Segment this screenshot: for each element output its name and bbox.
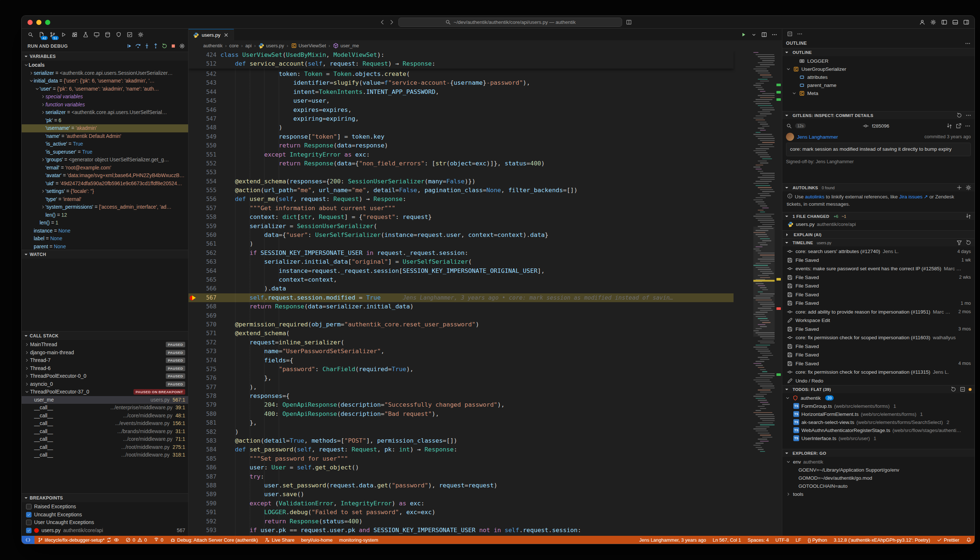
variable-row[interactable]: 'type' = 'internal' (22, 195, 188, 203)
call-stack-frame[interactable]: user_meusers.py567:1 (22, 396, 188, 404)
call-stack-thread[interactable]: django-main-threadPAUSED (22, 349, 188, 357)
outline-more-button[interactable] (965, 40, 971, 47)
todo-file-row[interactable]: TSak-search-select-view.ts(web/src/eleme… (782, 418, 975, 426)
status-item[interactable]: LF (792, 536, 804, 544)
code-line[interactable]: 424class UserViewSet(UsedByMixin, ModelV… (188, 51, 733, 59)
call-stack-thread[interactable]: asyncio_0PAUSED (22, 380, 188, 388)
variable-row[interactable]: 'is_active' = True (22, 140, 188, 148)
changed-file-row[interactable]: users.pyauthentik/core/api (787, 220, 975, 228)
go-explorer-section-header[interactable]: EXPLORER: GO (782, 449, 975, 457)
code-line[interactable]: 591 LOGGER.debug("Failed to set password… (188, 508, 733, 517)
code-line[interactable]: 569 (188, 312, 733, 320)
code-line[interactable]: 544 intent=TokenIntents.INTENT_APP_PASSW… (188, 88, 733, 97)
breakpoint-checkbox[interactable] (26, 512, 32, 517)
todo-file-row[interactable]: TSFormGroup.ts(web/src/elements/forms)1 (782, 402, 975, 410)
activity-settings-gear-button[interactable] (137, 31, 145, 38)
code-line[interactable]: 585 """Set password for user""" (188, 454, 733, 463)
call-stack-thread[interactable]: ThreadPoolExecutor-37_0PAUSED ON BREAKPO… (22, 388, 188, 396)
code-line[interactable]: 573 name="UserPasswordSetSerializer", (188, 347, 733, 356)
watch-section-header[interactable]: WATCH (22, 250, 188, 258)
titlebar-settings-gear-button[interactable] (930, 19, 937, 25)
autolink-link[interactable]: autolinks (805, 194, 825, 200)
breakpoint-row[interactable]: Uncaught Exceptions (22, 511, 188, 519)
variable-row[interactable]: 'uid' = '49d24724dfa590a20fb5961e9c6673c… (22, 180, 188, 188)
variable-row[interactable]: 'system_permissions' = ['access_admin_in… (22, 203, 188, 211)
debug-step-over-button[interactable] (135, 43, 141, 49)
variable-row[interactable]: function variables (22, 101, 188, 109)
code-line[interactable]: 551 except IntegrityError as exc: (188, 150, 733, 159)
variable-row[interactable]: 'name' = 'authentik Default Admin' (22, 132, 188, 140)
variable-row[interactable]: special variables (22, 93, 188, 101)
code-line[interactable]: 571 @extend_schema( (188, 329, 733, 338)
activity-explorer-button[interactable]: 42 (38, 31, 45, 38)
todos-group-row[interactable]: authentik39 (782, 394, 975, 402)
minimize-window-button[interactable] (36, 20, 42, 25)
variable-row[interactable]: 'groups' = <generator object UserSelfSer… (22, 156, 188, 164)
explain-ai-section-header[interactable]: EXPLAIN (AI) (782, 230, 975, 238)
variable-row[interactable]: len() = 1 (22, 219, 188, 227)
code-line[interactable]: 587 try: (188, 472, 733, 481)
gitlens-more-actions-button[interactable] (965, 123, 971, 129)
code-line[interactable]: 568 return Response(data=serializer.init… (188, 302, 733, 311)
autolinks-settings-button[interactable] (965, 185, 972, 191)
code-line[interactable]: 550 return Response(data=response) (188, 141, 733, 150)
go-env-variable[interactable]: GOMOD=~/dev/authentik/go.mod (782, 474, 975, 482)
call-stack-frame[interactable]: __call__.../root/middleware.py275:1 (22, 443, 188, 452)
variable-row[interactable]: len() = 12 (22, 211, 188, 219)
todo-file-row[interactable]: TSUserInterface.ts(web/src/user)1 (782, 434, 975, 442)
go-tools-row[interactable]: tools (782, 490, 975, 498)
debug-step-out-button[interactable] (153, 43, 159, 49)
status-item[interactable]: beryl/uio-home (298, 536, 336, 544)
code-line[interactable]: 588 user.set_password(request.data.get("… (188, 481, 733, 490)
code-line[interactable]: 582 ) (188, 428, 733, 437)
code-line[interactable]: 547 expiring=expiring, (188, 114, 733, 123)
titlebar-layout-panel-button[interactable] (952, 19, 958, 25)
code-line[interactable]: 543 identifier=slugify(value=f"service-a… (188, 78, 733, 87)
zoom-window-button[interactable] (45, 20, 50, 25)
todos-section-header[interactable]: TODOS: FLAT (39) (782, 385, 975, 393)
code-line[interactable]: 581 }, (188, 418, 733, 427)
outline-section-header[interactable]: OUTLINE (782, 48, 975, 56)
code-line[interactable]: 592 return Response(status=400) (188, 517, 733, 526)
code-line[interactable]: 556 def user_me(self, request: Request) … (188, 195, 733, 203)
todos-refresh-button[interactable] (950, 386, 957, 392)
close-window-button[interactable] (28, 20, 33, 25)
gitlens-open-remote-button[interactable] (955, 123, 962, 129)
activity-run-debug-button[interactable] (60, 31, 67, 38)
variable-row[interactable]: 'avatar' = 'data:image/svg+xml;base64,PH… (22, 172, 188, 180)
call-stack-thread[interactable]: Thread-7PAUSED (22, 357, 188, 365)
activity-extensions-button[interactable] (71, 31, 78, 38)
titlebar-layout-sidebar-left-button[interactable] (941, 19, 947, 25)
status-item[interactable]: Live Share (261, 536, 298, 544)
status-remote-indicator[interactable] (22, 536, 35, 544)
editor-action-ellipsis-button[interactable] (771, 32, 778, 38)
call-stack-frame[interactable]: __call__.../enterprise/middleware.py39:1 (22, 404, 188, 412)
panel-more-button[interactable] (797, 31, 803, 37)
outline-item[interactable]: attributes (782, 73, 975, 81)
code-line[interactable]: 578 responses={ (188, 392, 733, 400)
call-stack-thread[interactable]: MainThreadPAUSED (22, 341, 188, 349)
code-line[interactable]: 575 "password": CharField(required=True)… (188, 365, 733, 374)
status-item[interactable]: Ln 567, Col 1 (709, 536, 744, 544)
timeline-item[interactable]: core: add ability to provide reason for … (782, 308, 975, 317)
todo-file-row[interactable]: TSWebAuthnAuthenticatorRegisterStage.ts(… (782, 426, 975, 434)
autolinks-section-header[interactable]: AUTOLINKS 0 found (782, 183, 975, 192)
timeline-refresh-button[interactable] (965, 240, 972, 246)
tab-users-py[interactable]: users.py (188, 29, 234, 40)
timeline-filter-button[interactable] (956, 240, 962, 246)
code-line[interactable]: 579 204: OpenApiResponse(description="Su… (188, 400, 733, 409)
code-line[interactable]: 552 return Response(data={"non_field_err… (188, 159, 733, 168)
code-line[interactable]: 589 user.save() (188, 490, 733, 499)
status-item[interactable]: Spaces: 4 (745, 536, 772, 544)
editor-action-split-editor-button[interactable] (761, 32, 767, 38)
code-line[interactable]: 554 @extend_schema(responses={200: Sessi… (188, 177, 733, 186)
code-line[interactable]: 564 instance=request._request.session[SE… (188, 267, 733, 275)
breakpoint-row[interactable]: User Uncaught Exceptions (22, 518, 188, 527)
variable-row[interactable]: serializer = <authentik.core.api.users.S… (22, 69, 188, 77)
debug-continue-button[interactable] (126, 43, 132, 49)
status-item[interactable]: Prettier (933, 536, 962, 544)
autolinks-add-button[interactable] (956, 185, 962, 191)
tab-close-button[interactable] (223, 32, 229, 38)
outline-item[interactable]: parent_name (782, 81, 975, 89)
call-stack-section-header[interactable]: CALL STACK (22, 331, 188, 340)
